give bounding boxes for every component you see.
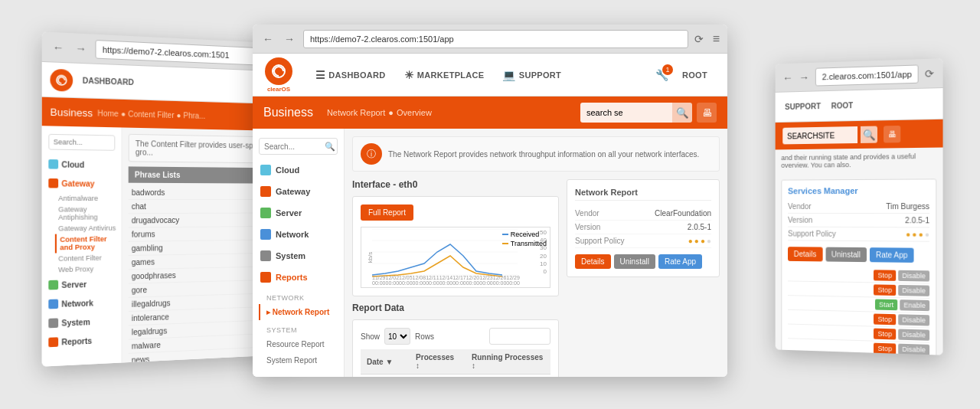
nav-support[interactable]: 💻 SUPPORT xyxy=(495,64,569,86)
sidebar-network-icon xyxy=(260,229,271,240)
back-sidebar-cloud[interactable]: Cloud xyxy=(42,155,122,175)
sidebar-server[interactable]: Server xyxy=(253,202,344,224)
sidebar-search-area: 🔍 xyxy=(253,133,344,159)
sidebar-gateway[interactable]: Gateway xyxy=(253,181,344,202)
services-title: Services Manager xyxy=(788,186,929,196)
running-cell: 3 xyxy=(466,375,550,378)
print-btn[interactable]: 🖶 xyxy=(697,103,717,123)
back-right-root-nav[interactable]: ROOT xyxy=(828,100,857,112)
header-search-input[interactable] xyxy=(580,103,672,123)
resource-report-nav-item[interactable]: Resource Report xyxy=(259,336,344,352)
svc-start-3[interactable]: Start xyxy=(875,299,897,310)
col-running[interactable]: Running Processes ↕ xyxy=(466,349,550,375)
service-vendor-row: Vendor Tim Burgess xyxy=(788,200,929,214)
svc-stop-2[interactable]: Stop xyxy=(874,284,896,296)
data-table: Date ▼ Processes ↕ Running Processes ↕ 2… xyxy=(361,349,550,377)
nav-root[interactable]: ROOT xyxy=(675,66,715,84)
front-toolbar: ← → https://demo7-2.clearos.com:1501/app… xyxy=(253,25,727,54)
svc-stop-4[interactable]: Stop xyxy=(874,314,896,326)
services-uninstall-btn[interactable]: Uninstall xyxy=(825,247,867,263)
info-text: The Network Report provides network thro… xyxy=(388,150,699,159)
network-report-card: Network Report Vendor ClearFoundation Ve… xyxy=(567,179,720,277)
rate-app-btn[interactable]: Rate App xyxy=(658,254,702,269)
nav-right: 🔧 1 ROOT xyxy=(655,66,715,84)
back-right-support-nav[interactable]: SUPPORT xyxy=(781,100,825,113)
back-right-fwd-btn[interactable]: → xyxy=(799,70,809,85)
back-right-refresh[interactable]: ⟳ xyxy=(925,67,934,80)
services-details-btn[interactable]: Details xyxy=(788,247,822,261)
forward-button[interactable]: → xyxy=(73,40,89,57)
system-icon xyxy=(48,318,58,328)
svc-disable-1[interactable]: Disable xyxy=(898,270,929,282)
back-right-print-btn[interactable]: 🖶 xyxy=(884,126,900,143)
back-sidebar-network[interactable]: Network xyxy=(42,293,122,314)
sidebar-reports[interactable]: Reports xyxy=(253,267,344,288)
report-vendor-label: Vendor xyxy=(575,209,599,218)
front-menu-btn[interactable]: ≡ xyxy=(713,32,720,46)
svc-disable-5[interactable]: Disable xyxy=(898,329,929,340)
col-date[interactable]: Date ▼ xyxy=(361,349,410,375)
svc-stop-1[interactable]: Stop xyxy=(874,270,896,281)
svc-enable-3[interactable]: Enable xyxy=(900,299,929,311)
network-report-nav-item[interactable]: ▸ Network Report xyxy=(259,304,344,320)
back-button[interactable]: ← xyxy=(50,39,66,56)
report-data-title: Report Data xyxy=(352,303,559,313)
table-search-input[interactable] xyxy=(489,328,550,345)
back-left-brand: Business xyxy=(50,106,93,119)
svc-stop-6[interactable]: Stop xyxy=(874,343,896,355)
search-icon: 🔍 xyxy=(676,107,689,119)
report-version-label: Version xyxy=(575,223,600,231)
cloud-icon xyxy=(48,159,58,169)
back-right-address[interactable]: 2.clearos.com:1501/app xyxy=(815,64,919,86)
back-dashboard-nav[interactable]: DASHBOARD xyxy=(77,73,138,90)
logo-circle xyxy=(265,57,292,85)
back-sidebar-server[interactable]: Server xyxy=(42,274,122,295)
col-processes[interactable]: Processes ↕ xyxy=(410,349,466,375)
antimalware-item[interactable]: Antimalware xyxy=(55,193,122,204)
system-report-nav-item[interactable]: System Report xyxy=(259,352,344,368)
nav-dashboard[interactable]: ☰ DASHBOARD xyxy=(308,64,394,86)
header-search-btn[interactable]: 🔍 xyxy=(672,103,692,123)
back-sidebar-gateway[interactable]: Gateway xyxy=(42,174,122,193)
uninstall-btn[interactable]: Uninstall xyxy=(614,254,655,269)
front-header: Business Network Report ● Overview 🔍 🖶 xyxy=(253,97,727,129)
front-main: 🔍 Cloud Gateway Server Network xyxy=(253,129,727,377)
services-rate-btn[interactable]: Rate App xyxy=(870,247,914,263)
sidebar-gateway-icon xyxy=(260,186,271,197)
gateway-icon xyxy=(48,178,58,188)
rows-select[interactable]: 10 25 50 xyxy=(384,328,410,345)
details-btn[interactable]: Details xyxy=(575,254,611,269)
antiphishing-item[interactable]: Gateway Antiphishing xyxy=(55,204,122,223)
front-refresh-btn[interactable]: ⟳ xyxy=(694,33,704,45)
table-controls: Show 10 25 50 Rows xyxy=(361,328,550,345)
report-action-btns: Details Uninstall Rate App xyxy=(575,254,711,269)
back-right-back-btn[interactable]: ← xyxy=(782,70,792,85)
svc-disable-2[interactable]: Disable xyxy=(898,285,929,296)
report-version-value: 2.0.5-1 xyxy=(688,223,711,231)
front-back-btn[interactable]: ← xyxy=(260,31,276,47)
sidebar-system[interactable]: System xyxy=(253,245,344,267)
services-card: Services Manager Vendor Tim Burgess Vers… xyxy=(781,178,936,355)
svc-disable-4[interactable]: Disable xyxy=(898,314,929,326)
back-right-toolbar: ← → 2.clearos.com:1501/app ⟳ ≡ xyxy=(776,58,943,93)
sidebar-cloud[interactable]: Cloud xyxy=(253,159,344,181)
back-sidebar-reports[interactable]: Reports xyxy=(42,330,122,352)
sidebar-network[interactable]: Network xyxy=(253,224,344,245)
front-navbar: clearOS ☰ DASHBOARD ☀ MARKETPLACE 💻 SUPP… xyxy=(253,54,727,97)
svc-stop-5[interactable]: Stop xyxy=(874,329,896,340)
address-bar[interactable]: https://demo7-2.clearos.com:1501 xyxy=(95,39,263,65)
back-right-search-input[interactable] xyxy=(782,126,858,144)
table-row: 2014-12-29 195 3 xyxy=(361,375,550,378)
sidebar-search-icon: 🔍 xyxy=(325,142,335,151)
network-icon xyxy=(48,299,58,309)
full-report-btn[interactable]: Full Report xyxy=(361,204,413,221)
content-filter-proxy-item[interactable]: Content Filter and Proxy xyxy=(55,234,122,254)
back-right-search-btn[interactable]: 🔍 xyxy=(861,126,877,143)
back-left-search-input[interactable] xyxy=(48,134,115,151)
front-fwd-btn[interactable]: → xyxy=(282,31,297,47)
nav-marketplace[interactable]: ☀ MARKETPLACE xyxy=(397,64,492,86)
front-address-bar[interactable]: https://demo7-2.clearos.com:1501/app xyxy=(303,30,688,48)
antivirus-item[interactable]: Gateway Antivirus xyxy=(55,223,122,234)
svc-disable-6[interactable]: Disable xyxy=(898,344,929,355)
vendor-value: Tim Burgess xyxy=(886,202,929,211)
